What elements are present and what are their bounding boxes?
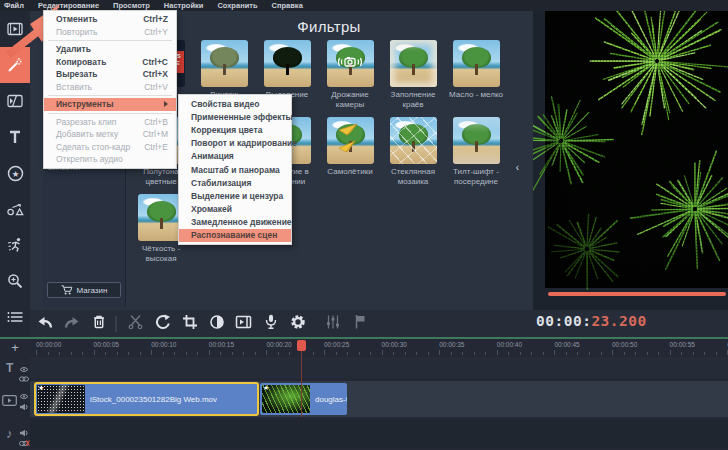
filter-thumbnail[interactable] [327,117,374,164]
timeline-area: 00:00:0000:00:0500:00:1000:00:1500:00:20… [0,339,728,450]
sidebar-item-callouts[interactable] [0,191,30,227]
record-button[interactable] [258,313,283,334]
menubar-item-2[interactable]: Просмотр [113,1,150,10]
clip-label: iStock_000023501282Big Web.mov [90,395,217,404]
tools-submenu-item[interactable]: Коррекция цвета [179,123,291,136]
tools-submenu-item[interactable]: Стабилизация [179,176,291,189]
edit-menu-item[interactable]: Сделать стоп-кадр Ctrl+E [44,141,176,154]
tools-submenu-item[interactable]: Поворот и кадрирование [179,137,291,150]
ruler-tick [520,352,521,355]
transition-button[interactable] [231,313,256,334]
filter-thumbnail[interactable] [453,40,500,87]
filter-item: Тилт-шифт - посередине [445,117,507,186]
ruler-tick [566,352,567,355]
timecode-fraction: 23.200 [591,313,646,329]
tools-submenu-item[interactable]: Хромакей [179,203,291,216]
crop-button[interactable] [177,313,202,334]
titles-track-icon: T [6,361,13,375]
tools-submenu-item[interactable]: Анимация [179,150,291,163]
video-audio-icon[interactable] [19,397,29,415]
color-adjust-button[interactable] [204,313,229,334]
store-button[interactable]: Магазин [47,282,121,298]
sidebar-item-pan-zoom[interactable] [0,263,30,299]
filter-thumbnail[interactable] [264,40,311,87]
marker-icon [353,314,367,333]
titles-track[interactable] [30,357,728,378]
ruler-tick [601,352,602,355]
tools-submenu-item[interactable]: Свойства видео [179,97,291,110]
sidebar-item-stickers[interactable]: ★ [0,155,30,191]
transition-icon [235,314,252,334]
split-button[interactable] [123,313,148,334]
sidebar-item-more[interactable] [0,299,30,335]
ruler-label: 00:00:55 [670,341,695,348]
camera-shake-icon [337,55,363,73]
ruler-tick [48,352,49,355]
ruler-tick [197,352,198,355]
add-track-button[interactable]: + [0,340,30,356]
ruler-tick [232,352,233,355]
redo-button[interactable] [59,313,84,334]
edit-menu-item[interactable]: Вырезать Ctrl+X [44,68,176,81]
ruler-tick [71,352,72,355]
edit-menu-item[interactable]: Открепить аудио [44,153,176,166]
edit-menu-item[interactable]: Отменить Ctrl+Z [44,13,176,26]
timeline-ruler[interactable]: 00:00:0000:00:0500:00:1000:00:1500:00:20… [30,339,728,356]
ruler-label: 00:00:35 [439,341,464,348]
rotate-icon [155,314,171,334]
filter-thumbnail[interactable] [390,40,437,87]
edit-menu-item[interactable]: Добавить метку Ctrl+M [44,128,176,141]
undo-button[interactable] [32,313,57,334]
tools-submenu-item[interactable]: Распознавание сцен [179,229,291,242]
tools-submenu-item[interactable]: Замедленное движение [179,216,291,229]
menubar-item-5[interactable]: Справка [272,1,303,10]
ruler-tick [140,352,141,355]
edit-menu-item[interactable]: Инструменты [44,98,176,111]
ruler-tick [589,352,590,355]
ruler-tick [624,352,625,355]
ruler-label: 00:00:30 [382,341,407,348]
menubar-item-3[interactable]: Настройки [164,1,204,10]
ruler-label: 00:00:40 [497,341,522,348]
edit-menu-dropdown: Отменить Ctrl+Z Повторить Ctrl+Y Удалить… [43,10,177,169]
properties-button[interactable] [320,313,345,334]
titles-link-icon[interactable] [19,368,29,386]
edit-menu-item[interactable]: Вставить Ctrl+V [44,81,176,94]
filter-thumbnail[interactable] [390,117,437,164]
edit-menu-item[interactable]: Повторить Ctrl+Y [44,26,176,39]
filter-item: Выделение [256,40,318,100]
tools-submenu-item[interactable]: Примененные эффекты [179,110,291,123]
playhead-marker[interactable] [297,340,306,351]
delete-button[interactable] [86,313,111,334]
sidebar-item-animation[interactable] [0,227,30,263]
tools-submenu-item[interactable]: Масштаб и панорама [179,163,291,176]
ruler-tick [554,350,555,355]
filter-label: Стеклянная мозаика [382,167,444,186]
filter-label: Заполнение краёв [382,90,444,109]
filter-thumbnail[interactable] [327,40,374,87]
audio-unlink-icon[interactable] [19,434,30,450]
ruler-tick [693,352,694,355]
rotate-button[interactable] [150,313,175,334]
marker-button[interactable] [347,313,372,334]
preview-progress-bar[interactable] [548,292,726,296]
audio-track-icon: ♪ [6,426,13,441]
menubar-item-4[interactable]: Сохранить [217,1,257,10]
star-badge-icon: ★ [263,384,269,392]
settings-button[interactable] [285,313,310,334]
audio-track[interactable] [30,420,728,448]
collapse-chevron-icon[interactable]: ‹ [516,163,519,173]
edit-menu-item[interactable]: Копировать Ctrl+C [44,56,176,69]
edit-menu-item[interactable]: Разрезать клип Ctrl+B [44,116,176,129]
video-clip[interactable]: ★ douglas-fi [260,383,347,415]
tools-submenu-item[interactable]: Выделение и цензура [179,189,291,202]
filter-label: Самолётики [319,167,381,177]
sidebar-item-transitions[interactable] [0,83,30,119]
filter-thumbnail[interactable] [453,117,500,164]
sidebar-item-titles[interactable] [0,119,30,155]
ruler-tick [313,352,314,355]
filter-thumbnail[interactable] [201,40,248,87]
video-track[interactable]: ★ iStock_000023501282Big Web.mov ★ dougl… [30,381,728,417]
edit-menu-item[interactable]: Удалить [44,43,176,56]
video-clip[interactable]: ★ iStock_000023501282Big Web.mov [35,383,258,415]
